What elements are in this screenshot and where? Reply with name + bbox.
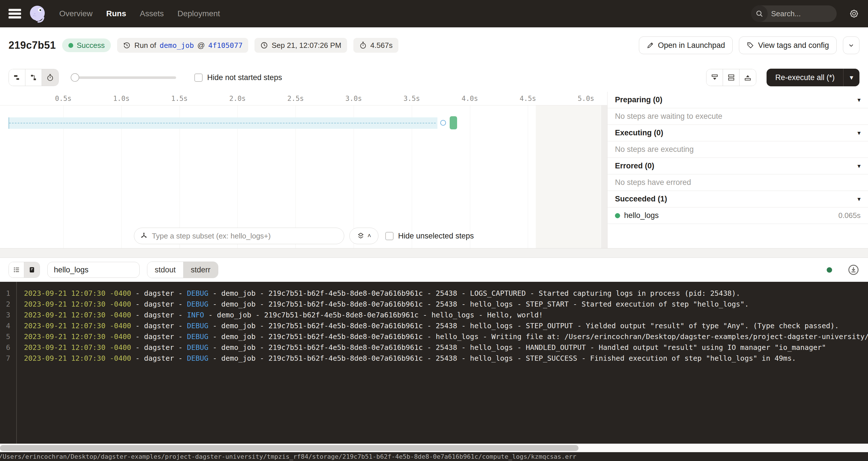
gantt-grid [0, 105, 601, 248]
collapse-bottom-panel-button[interactable] [706, 69, 723, 86]
step-subset-input[interactable] [152, 232, 338, 241]
log-line: 42023-09-21 12:07:30 -0400 - dagster - D… [0, 320, 868, 331]
open-in-launchpad-label: Open in Launchpad [658, 41, 725, 50]
hide-not-started-label: Hide not started steps [207, 73, 282, 82]
hide-not-started-checkbox[interactable] [194, 73, 203, 82]
gridline [528, 105, 528, 248]
timeline-axis: 0.5s1.0s1.5s2.0s2.5s3.0s3.5s4.0s4.5s5.0s [0, 92, 607, 105]
view-waterfall-button[interactable] [25, 69, 42, 86]
log-output: 12023-09-21 12:07:30 -0400 - dagster - D… [0, 282, 868, 443]
step-subset-inputbox[interactable] [134, 228, 344, 244]
settings-gear-icon[interactable] [848, 8, 860, 19]
view-tags-config-label: View tags and config [758, 41, 829, 50]
view-timing-button[interactable] [42, 69, 58, 86]
zoom-slider[interactable] [71, 73, 176, 82]
job-link[interactable]: demo_job [160, 41, 194, 50]
gantt-pane: 0.5s1.0s1.5s2.0s2.5s3.0s3.5s4.0s4.5s5.0s [0, 92, 608, 248]
header-more-dropdown-button[interactable] [843, 36, 860, 54]
reexecute-all-label: Re-execute all (*) [767, 69, 843, 86]
run-of-pill: Run of demo_job @ 4f105077 [117, 38, 248, 53]
axis-tick: 5.0s [578, 95, 594, 102]
structured-event-view-button[interactable] [9, 262, 24, 278]
hide-not-started-row[interactable]: Hide not started steps [194, 73, 282, 82]
step-waiting-band [8, 117, 437, 129]
log-toolbar: stdout stderr [0, 258, 868, 282]
gantt-toolbar: Hide not started steps Re-execute all (*… [0, 63, 868, 92]
download-log-icon[interactable] [847, 264, 860, 276]
hide-unselected-checkbox[interactable] [385, 232, 394, 240]
succeeded-step-row[interactable]: hello_logs 0.065s [608, 208, 868, 224]
chevron-up-icon: ˄ [368, 232, 371, 240]
log-line: 72023-09-21 12:07:30 -0400 - dagster - D… [0, 353, 868, 364]
zoom-slider-handle[interactable] [71, 73, 79, 82]
split-panels-button[interactable] [723, 69, 740, 86]
section-title: Executing (0) [615, 128, 663, 137]
section-title: Preparing (0) [615, 95, 662, 104]
run-header: 219c7b51 Success Run of demo_job @ 4f105… [0, 27, 868, 63]
tab-stderr[interactable]: stderr [183, 262, 218, 278]
section-empty-message: No steps have errored [608, 174, 868, 191]
gantt-vertical-scrollbar[interactable] [601, 105, 607, 248]
log-step-filter-input[interactable] [47, 262, 140, 278]
open-in-launchpad-button[interactable]: Open in Launchpad [639, 36, 733, 54]
dagster-logo-icon[interactable] [28, 4, 47, 23]
global-search[interactable]: / [751, 5, 837, 22]
nav-link-overview[interactable]: Overview [59, 9, 93, 18]
graph-query-options-button[interactable]: ˄ [349, 228, 378, 244]
timestamp-label: Sep 21, 12:07:26 PM [272, 41, 341, 50]
menu-icon[interactable] [8, 9, 21, 19]
status-dot-icon [68, 43, 73, 48]
step-duration: 0.065s [838, 211, 861, 220]
step-start-marker-icon [440, 120, 446, 126]
log-gutter-divider [16, 282, 17, 443]
tag-icon [747, 41, 754, 49]
step-name: hello_logs [624, 211, 659, 220]
scrollbar-thumb[interactable] [0, 445, 579, 451]
view-tags-config-button[interactable]: View tags and config [739, 36, 837, 54]
step-bar-hello-logs[interactable] [450, 116, 457, 129]
nav-link-deployment[interactable]: Deployment [178, 9, 220, 18]
hide-unselected-row[interactable]: Hide unselected steps [385, 232, 474, 241]
op-selector-icon [140, 232, 148, 240]
log-pane: stdout stderr 12023-09-21 12:07:30 -0400… [0, 258, 868, 461]
pane-resizer-handle[interactable] [0, 248, 868, 258]
nav-link-runs[interactable]: Runs [106, 9, 126, 18]
duration-pill: 4.567s [353, 38, 398, 53]
history-icon [123, 41, 131, 49]
status-label: Success [76, 41, 104, 50]
code-version-link[interactable]: 4f105077 [208, 41, 243, 50]
axis-tick: 1.0s [113, 95, 130, 102]
collapse-top-panel-button[interactable] [740, 69, 756, 86]
hide-unselected-label: Hide unselected steps [398, 232, 474, 241]
waiting-dashed-line [9, 123, 436, 123]
gantt-view-mode-group [8, 69, 59, 86]
caret-down-icon: ▾ [858, 129, 861, 137]
raw-log-view-button[interactable] [24, 262, 40, 278]
sidebar-section-preparing[interactable]: Preparing (0) ▾ [608, 92, 868, 108]
sidebar-section-succeeded[interactable]: Succeeded (1) ▾ [608, 191, 868, 208]
axis-tick: 2.0s [229, 95, 246, 102]
log-line: 12023-09-21 12:07:30 -0400 - dagster - D… [0, 288, 868, 299]
sidebar-section-executing[interactable]: Executing (0) ▾ [608, 125, 868, 141]
clock-icon [260, 41, 268, 49]
reexecute-all-button[interactable]: Re-execute all (*) ▾ [767, 69, 860, 86]
sidebar-section-errored[interactable]: Errored (0) ▾ [608, 158, 868, 174]
nav-links: Overview Runs Assets Deployment [59, 9, 220, 18]
log-stream-status-dot [827, 267, 832, 273]
axis-tick: 0.5s [55, 95, 71, 102]
search-icon [751, 5, 768, 22]
caret-down-icon: ▾ [858, 162, 861, 170]
run-id-title: 219c7b51 [8, 39, 56, 51]
search-input[interactable] [768, 9, 837, 18]
tab-stdout[interactable]: stdout [147, 262, 183, 278]
log-view-mode-group [8, 262, 40, 278]
reexecute-dropdown-button[interactable]: ▾ [843, 69, 860, 86]
log-horizontal-scrollbar[interactable] [0, 443, 868, 452]
axis-tick: 3.5s [404, 95, 420, 102]
chevron-down-icon [848, 42, 855, 49]
log-file-statusbar: /Users/erincochran/Desktop/dagster-examp… [0, 452, 868, 461]
view-flat-gantt-button[interactable] [9, 69, 25, 86]
log-line: 22023-09-21 12:07:30 -0400 - dagster - D… [0, 299, 868, 310]
log-line: 52023-09-21 12:07:30 -0400 - dagster - D… [0, 331, 868, 342]
nav-link-assets[interactable]: Assets [140, 9, 164, 18]
